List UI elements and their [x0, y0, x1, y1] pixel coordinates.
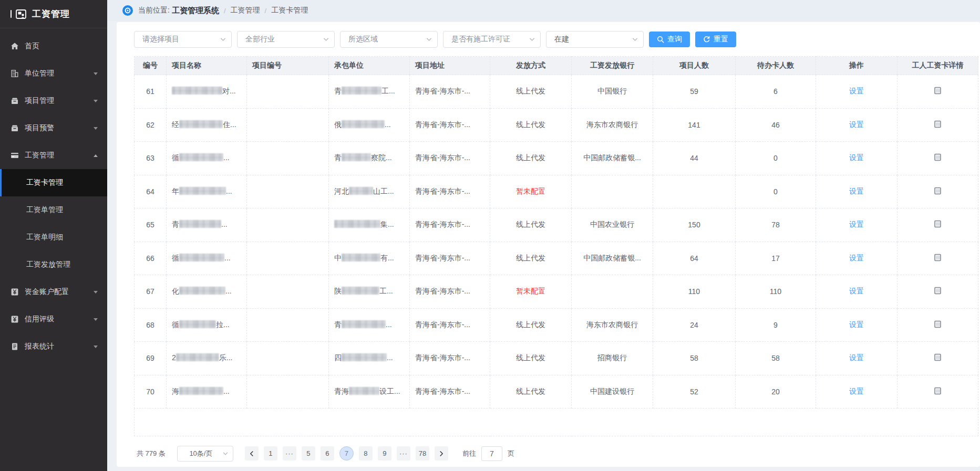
page-button-5[interactable]: 5	[302, 446, 315, 460]
archive-icon	[11, 124, 19, 132]
breadcrumb-item-2[interactable]: 工资卡管理	[271, 6, 308, 15]
settings-link[interactable]: 设置	[849, 220, 864, 228]
sidebar-subitem-4-3[interactable]: 工资发放管理	[0, 251, 107, 278]
sidebar-item-5[interactable]: 资金账户配置	[0, 278, 107, 306]
card-detail-icon[interactable]	[934, 387, 941, 395]
settings-link[interactable]: 设置	[849, 387, 864, 395]
cell-action: 设置	[816, 375, 898, 409]
content: 请选择项目全部行业所选区域是否有施工许可证在建 查询	[107, 21, 980, 471]
reset-button[interactable]: 重置	[695, 32, 736, 47]
sidebar-item-4[interactable]: 工资管理	[0, 142, 107, 169]
cell-pay-method: 线上代发	[490, 242, 572, 275]
total-count: 共 779 条	[137, 449, 166, 458]
table-row: 67化...陕工...青海省-海东市-...暂未配置110110设置	[135, 275, 978, 309]
card-detail-icon[interactable]	[934, 320, 941, 328]
card-detail-icon[interactable]	[934, 287, 941, 295]
breadcrumb-item-1[interactable]: 工资管理	[231, 6, 260, 15]
cell-contractor: 中有...	[329, 242, 410, 275]
breadcrumb-bar: 当前位置: 工资管理系统 / 工资管理 / 工资卡管理	[107, 0, 980, 21]
filter-select-3[interactable]: 是否有施工许可证	[443, 31, 541, 48]
cell-pending-count: 110	[736, 275, 816, 309]
column-header-1: 项目名称	[167, 57, 247, 75]
chevron-down-icon	[220, 36, 226, 43]
settings-link[interactable]: 设置	[849, 353, 864, 362]
sidebar-subitem-4-0[interactable]: 工资卡管理	[0, 169, 107, 196]
card-detail-icon[interactable]	[934, 254, 941, 261]
cell-card-detail	[898, 375, 978, 409]
cell-project-name: 对...	[167, 75, 247, 109]
sidebar-item-3[interactable]: 项目预警	[0, 114, 107, 142]
settings-link[interactable]: 设置	[849, 287, 864, 295]
sidebar-item-0[interactable]: 首页	[0, 33, 107, 60]
cell-project-name: 经住...	[167, 108, 247, 142]
sidebar-subitem-label: 工资卡管理	[26, 178, 63, 187]
pixelated-text	[179, 320, 216, 328]
settings-link[interactable]: 设置	[849, 87, 864, 95]
page-size-select[interactable]: 10条/页	[177, 446, 233, 462]
cell-pending-count: 0	[736, 142, 816, 175]
page-button-1[interactable]: 1	[264, 446, 277, 460]
card-detail-icon[interactable]	[934, 353, 941, 361]
jump-page-input[interactable]	[481, 446, 502, 461]
column-header-6: 工资发放银行	[572, 57, 653, 75]
cell-pay-method: 线上代发	[490, 375, 572, 409]
breadcrumb-root[interactable]: 工资管理系统	[172, 6, 219, 16]
masked-text-suffix: ...	[386, 320, 392, 329]
card-detail-icon[interactable]	[934, 187, 941, 195]
settings-link[interactable]: 设置	[849, 254, 864, 262]
masked-text-suffix: ...	[387, 353, 393, 362]
page-button-9[interactable]: 9	[378, 446, 391, 460]
cell-contractor: 陕工...	[329, 275, 410, 309]
pixelated-text	[179, 254, 224, 261]
empty-filler-row	[135, 409, 978, 436]
sidebar-subitem-4-1[interactable]: 工资单管理	[0, 196, 107, 224]
filter-select-1[interactable]: 全部行业	[237, 31, 335, 48]
filter-select-0[interactable]: 请选择项目	[134, 31, 232, 48]
page-button-7[interactable]: 7	[339, 446, 354, 460]
settings-link[interactable]: 设置	[849, 120, 864, 129]
card-detail-icon[interactable]	[934, 220, 941, 228]
masked-text-suffix: ...	[385, 120, 391, 129]
sidebar-item-1[interactable]: 单位管理	[0, 60, 107, 87]
sidebar-item-6[interactable]: 信用评级	[0, 306, 107, 333]
cell-address: 青海省-海东市-...	[410, 275, 490, 309]
page-button-8[interactable]: 8	[359, 446, 373, 460]
filter-select-4[interactable]: 在建	[546, 31, 644, 48]
search-button[interactable]: 查询	[649, 32, 690, 47]
column-header-0: 编号	[135, 57, 167, 75]
main-area: 当前位置: 工资管理系统 / 工资管理 / 工资卡管理 请选择项目全部行业所选区…	[107, 0, 980, 471]
masked-text-prefix: 循	[172, 153, 179, 162]
masked-text-suffix: 住...	[223, 120, 236, 129]
page-button-6[interactable]: 6	[321, 446, 334, 460]
cell-action: 设置	[816, 242, 898, 275]
masked-text-suffix: ...	[221, 220, 228, 228]
settings-link[interactable]: 设置	[849, 187, 864, 195]
page-ellipsis[interactable]: ···	[397, 446, 410, 460]
settings-link[interactable]: 设置	[849, 320, 864, 329]
cell-people-count: 52	[653, 375, 736, 409]
filter-select-text: 所选区域	[348, 35, 378, 44]
filter-select-2[interactable]: 所选区域	[340, 31, 438, 48]
sidebar-item-label: 项目预警	[25, 123, 54, 133]
table-row: 68循拉...青...青海省-海东市-...线上代发海东市农商银行249设置	[135, 308, 978, 342]
card-detail-icon[interactable]	[934, 153, 941, 161]
page-ellipsis[interactable]: ···	[283, 446, 296, 460]
next-page-button[interactable]	[435, 446, 448, 460]
chevron-down-icon	[94, 100, 98, 102]
card-detail-icon[interactable]	[934, 87, 941, 95]
masked-text-suffix: 乐...	[219, 353, 233, 362]
cell-card-detail	[898, 208, 978, 242]
sidebar-item-2[interactable]: 项目管理	[0, 87, 107, 114]
cell-pending-count: 46	[736, 108, 816, 142]
table-row: 66循...中有...青海省-海东市-...线上代发中国邮政储蓄银...6417…	[135, 242, 978, 275]
card-detail-icon[interactable]	[934, 120, 941, 128]
column-header-7: 项目人数	[653, 57, 736, 75]
prev-page-button[interactable]	[245, 446, 259, 460]
sidebar-subitem-label: 工资单明细	[26, 233, 63, 242]
cell-contractor: 集...	[329, 208, 410, 242]
page-button-78[interactable]: 78	[416, 446, 429, 460]
settings-link[interactable]: 设置	[849, 153, 864, 162]
sidebar-item-7[interactable]: 报表统计	[0, 333, 107, 360]
pixelated-text	[342, 153, 371, 161]
sidebar-subitem-4-2[interactable]: 工资单明细	[0, 224, 107, 251]
